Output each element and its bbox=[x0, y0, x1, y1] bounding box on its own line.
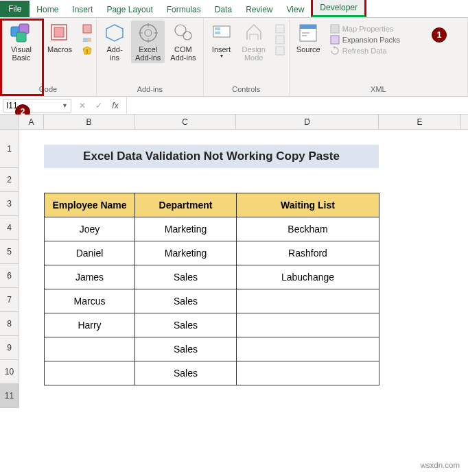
svg-rect-5 bbox=[83, 25, 91, 33]
name-box[interactable]: I11 ▼ bbox=[3, 99, 71, 112]
tab-review[interactable]: Review bbox=[239, 2, 279, 17]
cancel-icon[interactable]: ✕ bbox=[74, 101, 91, 110]
table-row: DanielMarketingRashford bbox=[45, 241, 379, 265]
macro-security-button[interactable]: ! bbox=[81, 45, 93, 56]
ribbon: Visual Basic Macros ! Code A bbox=[0, 18, 468, 97]
cell[interactable] bbox=[45, 337, 135, 361]
relative-ref-button[interactable] bbox=[81, 34, 93, 45]
th-waiting[interactable]: Waiting List bbox=[237, 193, 379, 217]
col-header-C[interactable]: C bbox=[134, 115, 236, 129]
com-addins-button[interactable]: COM Add-ins bbox=[166, 21, 200, 63]
svg-point-17 bbox=[183, 32, 191, 40]
cell[interactable]: Beckham bbox=[237, 217, 379, 241]
row-header[interactable]: 5 bbox=[0, 240, 19, 264]
table-row: MarcusSales bbox=[45, 289, 379, 313]
tab-view[interactable]: View bbox=[280, 2, 312, 17]
row-header[interactable]: 10 bbox=[0, 360, 19, 384]
table-row: Sales bbox=[45, 361, 379, 385]
design-mode-icon bbox=[243, 22, 265, 44]
spreadsheet-grid: A B C D E 1 2 3 4 5 6 7 8 9 10 11 Excel … bbox=[0, 115, 468, 408]
cell[interactable]: Sales bbox=[135, 361, 237, 385]
cell[interactable]: Marketing bbox=[135, 241, 237, 265]
cell[interactable] bbox=[45, 361, 135, 385]
row-header[interactable]: 3 bbox=[0, 192, 19, 216]
th-department[interactable]: Department bbox=[135, 193, 237, 217]
cell[interactable]: Sales bbox=[135, 265, 237, 289]
macros-button[interactable]: Macros bbox=[41, 21, 78, 55]
cell[interactable]: Joey bbox=[45, 217, 135, 241]
row-header[interactable]: 11 bbox=[0, 384, 19, 408]
visual-basic-icon bbox=[10, 22, 33, 44]
svg-marker-9 bbox=[106, 25, 123, 41]
cell[interactable] bbox=[237, 361, 379, 385]
map-properties-button[interactable]: Map Properties bbox=[329, 23, 401, 34]
col-header-D[interactable]: D bbox=[236, 115, 379, 129]
cell[interactable] bbox=[237, 289, 379, 313]
row-headers: 1 2 3 4 5 6 7 8 9 10 11 bbox=[0, 130, 19, 408]
source-button[interactable]: Source bbox=[292, 21, 325, 55]
refresh-data-button[interactable]: Refresh Data bbox=[329, 45, 401, 56]
tab-page-layout[interactable]: Page Layout bbox=[100, 2, 159, 17]
cell[interactable]: Sales bbox=[135, 337, 237, 361]
th-employee[interactable]: Employee Name bbox=[45, 193, 135, 217]
tab-data[interactable]: Data bbox=[208, 2, 239, 17]
view-code-button[interactable] bbox=[274, 34, 286, 45]
expansion-packs-button[interactable]: Expansion Packs bbox=[329, 34, 401, 45]
row-header[interactable]: 8 bbox=[0, 312, 19, 336]
svg-rect-29 bbox=[331, 36, 339, 44]
row-header[interactable]: 6 bbox=[0, 264, 19, 288]
cell[interactable]: Harry bbox=[45, 313, 135, 337]
cell[interactable]: Marcus bbox=[45, 289, 135, 313]
cell[interactable]: James bbox=[45, 265, 135, 289]
col-header-E[interactable]: E bbox=[379, 115, 461, 129]
enter-icon[interactable]: ✓ bbox=[91, 101, 107, 110]
addins-button[interactable]: Add- ins bbox=[100, 21, 130, 63]
svg-rect-6 bbox=[83, 38, 87, 42]
dropdown-icon[interactable]: ▼ bbox=[62, 102, 68, 109]
tab-formulas[interactable]: Formulas bbox=[160, 2, 208, 17]
design-mode-button[interactable]: Design Mode bbox=[238, 21, 270, 63]
svg-rect-22 bbox=[276, 36, 284, 44]
record-macro-button[interactable] bbox=[81, 23, 93, 34]
col-header-A[interactable]: A bbox=[19, 115, 44, 129]
svg-point-11 bbox=[145, 29, 152, 36]
macros-icon bbox=[49, 22, 70, 44]
cell[interactable]: Sales bbox=[135, 289, 237, 313]
formula-input[interactable] bbox=[126, 97, 468, 114]
tab-insert[interactable]: Insert bbox=[65, 2, 100, 17]
svg-rect-23 bbox=[276, 47, 284, 55]
row-header[interactable]: 1 bbox=[0, 130, 19, 168]
fx-icon[interactable]: fx bbox=[107, 101, 124, 110]
cell[interactable]: Daniel bbox=[45, 241, 135, 265]
cell[interactable]: Sales bbox=[135, 313, 237, 337]
visual-basic-button[interactable]: Visual Basic bbox=[3, 21, 40, 63]
cell[interactable] bbox=[237, 337, 379, 361]
row-header[interactable]: 7 bbox=[0, 288, 19, 312]
cell[interactable] bbox=[237, 313, 379, 337]
data-table: Employee Name Department Waiting List Jo… bbox=[44, 193, 379, 385]
col-header-B[interactable]: B bbox=[44, 115, 134, 129]
svg-rect-7 bbox=[87, 38, 91, 42]
row-header[interactable]: 4 bbox=[0, 216, 19, 240]
cells-area[interactable]: Excel Data Validation Not Working Copy P… bbox=[19, 130, 468, 408]
svg-rect-20 bbox=[215, 32, 220, 34]
svg-rect-4 bbox=[54, 27, 64, 37]
select-all-corner[interactable] bbox=[0, 115, 19, 129]
cell[interactable]: Rashford bbox=[237, 241, 379, 265]
source-icon bbox=[297, 22, 319, 44]
excel-addins-button[interactable]: Excel Add-ins bbox=[131, 21, 165, 63]
insert-control-button[interactable]: Insert ▾ bbox=[207, 21, 237, 61]
tab-developer[interactable]: Developer bbox=[311, 0, 366, 17]
row-header[interactable]: 9 bbox=[0, 336, 19, 360]
tab-home[interactable]: Home bbox=[30, 2, 65, 17]
tab-file[interactable]: File bbox=[0, 1, 30, 17]
watermark: wsxdn.com bbox=[420, 461, 460, 469]
dropdown-icon: ▾ bbox=[220, 53, 223, 60]
properties-button[interactable] bbox=[274, 23, 286, 34]
run-dialog-button[interactable] bbox=[274, 45, 286, 56]
svg-text:!: ! bbox=[86, 48, 89, 55]
group-addins: Add- ins Excel Add-ins COM Add-ins Add-i… bbox=[97, 18, 204, 96]
row-header[interactable]: 2 bbox=[0, 168, 19, 192]
cell[interactable]: Marketing bbox=[135, 217, 237, 241]
cell[interactable]: Labuchange bbox=[237, 265, 379, 289]
